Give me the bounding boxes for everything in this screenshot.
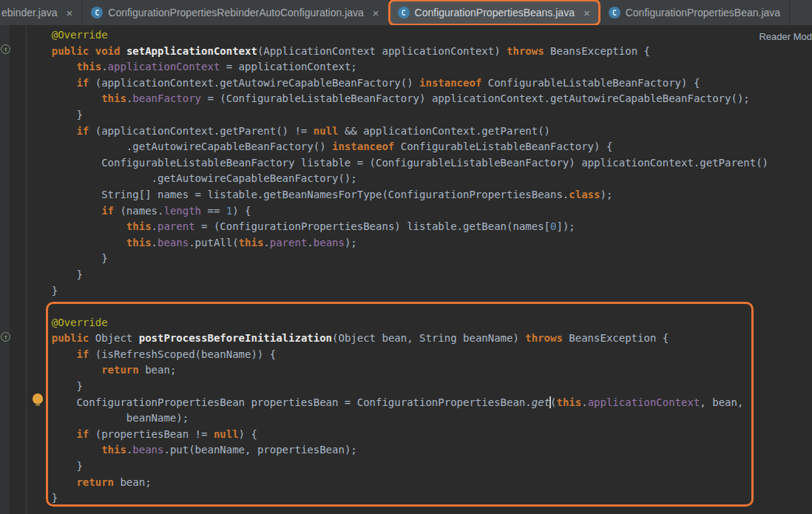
code-token: this: [126, 220, 152, 232]
code-token: void: [95, 45, 121, 57]
code-token: (propertiesBean !=: [89, 428, 214, 440]
code-token: public: [52, 45, 89, 57]
code-line[interactable]: if (applicationContext.getAutowireCapabl…: [0, 75, 768, 92]
code-line[interactable]: String[] names = listable.getBeanNamesFo…: [0, 187, 768, 203]
code-line[interactable]: ConfigurationPropertiesBean propertiesBe…: [0, 395, 768, 411]
code-token: @Override: [52, 29, 108, 41]
code-token: [27, 444, 101, 456]
code-token: ConfigurableListableBeanFactory) {: [481, 77, 700, 89]
code-line[interactable]: }: [0, 283, 768, 300]
code-token: String[] names = listable.getBeanNamesFo…: [27, 189, 569, 200]
code-line[interactable]: this.beans.put(beanName, propertiesBean)…: [0, 442, 768, 459]
code-token: instanceof: [332, 141, 394, 152]
intention-lightbulb-icon[interactable]: [33, 393, 43, 404]
code-token: }: [27, 109, 83, 121]
tab-close-icon[interactable]: ×: [373, 7, 379, 19]
code-token: = (ConfigurationPropertiesBeans) listabl…: [195, 220, 550, 232]
code-token: beans: [314, 237, 345, 248]
code-token: parent: [158, 220, 195, 232]
override-method-gutter-icon[interactable]: ↑: [1, 332, 10, 342]
code-token: (applicationContext.getParent() !=: [89, 125, 313, 137]
code-line[interactable]: if (applicationContext.getParent() != nu…: [0, 124, 768, 140]
code-line[interactable]: [0, 299, 768, 315]
code-line[interactable]: }: [0, 490, 768, 507]
code-token: .: [263, 237, 269, 248]
code-token: bean;: [114, 476, 152, 488]
code-line[interactable]: }: [0, 459, 768, 475]
code-token: [27, 77, 76, 89]
code-line[interactable]: }: [0, 251, 768, 267]
code-token: postProcessBeforeInitialization: [139, 332, 332, 344]
code-line[interactable]: }: [0, 107, 768, 124]
code-token: [27, 317, 52, 328]
code-token: [27, 237, 126, 248]
code-line[interactable]: ConfigurableListableBeanFactory listable…: [0, 155, 768, 172]
code-token: Object: [89, 332, 138, 344]
code-token: }: [27, 268, 83, 280]
code-token: throws: [525, 332, 563, 344]
tab-label: ConfigurationPropertiesBeans.java: [415, 7, 575, 18]
code-line[interactable]: if (propertiesBean != null) {: [0, 427, 768, 443]
code-line[interactable]: @Override: [0, 315, 768, 331]
code-token: this: [76, 61, 101, 72]
code-token: ConfigurableListableBeanFactory) {: [394, 141, 612, 152]
editor-tab[interactable]: CConfigurationPropertiesBeans.java×: [389, 0, 600, 25]
code-line[interactable]: return bean;: [0, 475, 768, 491]
code-line[interactable]: }: [0, 379, 768, 395]
editor-tab[interactable]: CConfigurationPropertiesRebinderAutoConf…: [82, 0, 388, 25]
code-token: }: [27, 460, 83, 472]
code-line[interactable]: return bean;: [0, 362, 768, 379]
code-token: parent: [270, 237, 308, 248]
editor-tab[interactable]: ebinder.java×: [0, 0, 82, 25]
code-token: get: [532, 396, 550, 408]
code-token: [27, 332, 52, 344]
code-token: if: [76, 348, 89, 360]
code-token: [27, 476, 76, 488]
code-token: return: [101, 364, 139, 376]
code-line[interactable]: if (names.length == 1) {: [0, 203, 768, 220]
code-token: this: [101, 444, 126, 456]
code-token: public: [52, 332, 89, 344]
code-line[interactable]: public void setApplicationContext(Applic…: [0, 44, 768, 60]
code-token: = applicationContext;: [220, 61, 356, 72]
code-line[interactable]: this.parent = (ConfigurationPropertiesBe…: [0, 219, 768, 235]
override-method-gutter-icon[interactable]: ↑: [1, 44, 10, 54]
code-line[interactable]: this.beanFactory = (ConfigurableListable…: [0, 91, 768, 107]
code-token: BeansException {: [563, 332, 669, 344]
code-line[interactable]: }: [0, 267, 768, 283]
code-token: ]);: [556, 220, 575, 232]
code-token: }: [27, 285, 58, 297]
code-token: this: [556, 396, 581, 408]
code-token: [89, 45, 95, 57]
code-token: .put(beanName, propertiesBean);: [163, 444, 356, 456]
tab-close-icon[interactable]: ×: [583, 7, 590, 19]
code-token: BeansException {: [544, 45, 650, 57]
editor-tab[interactable]: CConfigurationPropertiesBean.java: [600, 0, 790, 25]
code-token: }: [27, 492, 58, 504]
code-token: @Override: [52, 317, 108, 328]
code-line[interactable]: this.applicationContext = applicationCon…: [0, 59, 768, 75]
code-editor[interactable]: @Override public void setApplicationCont…: [0, 25, 812, 514]
tab-close-icon[interactable]: ×: [67, 7, 73, 19]
code-token: }: [27, 380, 83, 392]
tab-label: ConfigurationPropertiesBean.java: [626, 7, 780, 18]
code-token: [27, 29, 52, 41]
code-area[interactable]: @Override public void setApplicationCont…: [0, 27, 768, 507]
code-token: length: [163, 205, 201, 217]
code-token: throws: [507, 45, 544, 57]
code-token: && applicationContext.getParent(): [338, 125, 550, 137]
code-line[interactable]: @Override: [0, 27, 768, 44]
code-token: .putAll(: [189, 237, 238, 248]
code-line[interactable]: this.beans.putAll(this.parent.beans);: [0, 235, 768, 251]
code-line[interactable]: if (isRefreshScoped(beanName)) {: [0, 347, 768, 363]
code-line[interactable]: beanName);: [0, 410, 768, 427]
code-line[interactable]: .getAutowireCapableBeanFactory();: [0, 171, 768, 187]
code-line[interactable]: .getAutowireCapableBeanFactory() instanc…: [0, 139, 768, 155]
code-line[interactable]: public Object postProcessBeforeInitializ…: [0, 331, 768, 347]
code-token: [27, 348, 76, 360]
code-token: applicationContext: [108, 61, 220, 72]
code-token: ==: [201, 205, 226, 217]
code-token: .getAutowireCapableBeanFactory();: [27, 172, 357, 184]
code-token: ) {: [239, 428, 257, 440]
reader-mode-label[interactable]: Reader Mod: [759, 31, 812, 42]
